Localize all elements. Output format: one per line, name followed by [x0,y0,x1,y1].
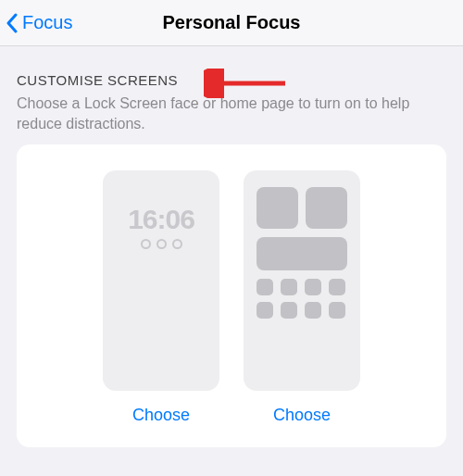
choose-lock-screen-button[interactable]: Choose [132,406,190,425]
page-title: Personal Focus [163,12,301,33]
customise-section: CUSTOMISE SCREENS Choose a Lock Screen f… [0,46,463,133]
lock-screen-option: 16:06 Choose [103,170,219,425]
back-button[interactable]: Focus [6,12,72,33]
section-description: Choose a Lock Screen face or home page t… [17,94,446,133]
home-screen-option: Choose [244,170,360,425]
chevron-left-icon [6,13,19,33]
lock-screen-time: 16:06 [103,204,219,235]
section-header: CUSTOMISE SCREENS [17,72,446,88]
lock-screen-preview[interactable]: 16:06 [103,170,219,391]
home-screen-layout-icon [257,187,347,325]
home-screen-preview[interactable] [244,170,360,391]
lock-screen-dots-icon [103,239,219,249]
navigation-bar: Focus Personal Focus [0,0,463,46]
back-label: Focus [22,12,72,33]
screen-options: 16:06 Choose Choose [103,170,360,425]
choose-home-screen-button[interactable]: Choose [273,406,331,425]
screens-card: 16:06 Choose Choose [17,144,446,447]
